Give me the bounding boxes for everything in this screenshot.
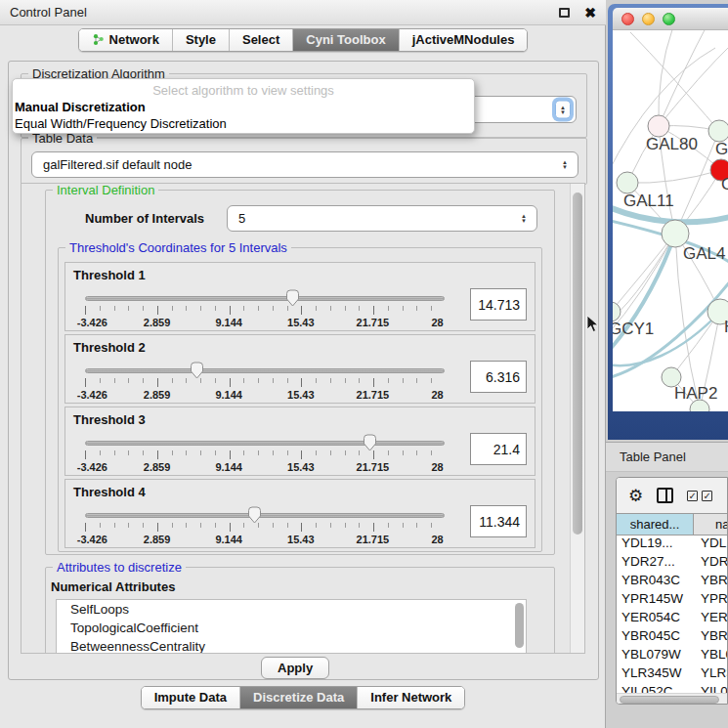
table-row[interactable]: YPR145WYPR1 <box>617 591 727 610</box>
node-label: GAL80 <box>646 135 698 153</box>
node-label: GAL4 <box>683 244 725 263</box>
node-gcy1[interactable] <box>613 302 621 321</box>
attributes-group: Attributes to discretize Numerical Attri… <box>45 567 555 654</box>
scale-label: 21.715 <box>357 461 390 473</box>
table-row[interactable]: YBR045CYBR0 <box>617 628 727 647</box>
scale-label: 21.715 <box>357 534 390 545</box>
gear-icon[interactable]: ⚙ <box>628 488 643 504</box>
threshold-slider-3[interactable]: -3.426 2.859 9.144 15.43 21.715 28 <box>85 433 445 474</box>
network-canvas[interactable]: GAL80 G C GAL11 GAL4 GCY1 H HAP2 <box>613 30 728 411</box>
table-row[interactable]: YBL079WYBL0 <box>617 647 727 665</box>
cell: YDL1 <box>694 535 727 554</box>
scale-label: 9.144 <box>215 317 242 328</box>
slider-track[interactable] <box>85 513 445 518</box>
slider-handle[interactable] <box>363 434 377 451</box>
threshold-value-field[interactable]: 6.316 <box>470 361 527 393</box>
combo-stepper-icon[interactable]: ▲ ▼ <box>516 209 532 228</box>
table-panel-window: ⚙ ✓ ✓ shared... na YDL19...YDL1 YDR27...… <box>616 477 728 705</box>
node-gal11[interactable] <box>617 172 638 193</box>
threshold-slider-2[interactable]: -3.426 2.859 9.144 15.43 21.715 28 <box>85 361 445 402</box>
list-scrollbar[interactable] <box>515 603 524 648</box>
list-item[interactable]: BetweennessCentrality <box>57 637 526 654</box>
table-row[interactable]: YDR27...YDR2 <box>617 554 727 573</box>
table-data-group: Table Data galFiltered.sif default node … <box>21 138 587 185</box>
mac-close-icon[interactable] <box>621 13 634 25</box>
mac-minimize-icon[interactable] <box>642 13 655 25</box>
cell: YDL19... <box>617 535 694 554</box>
tab-label: Style <box>186 32 216 47</box>
scrollbar-thumb[interactable] <box>620 696 719 704</box>
control-panel-titlebar: Control Panel ✖ <box>0 0 606 25</box>
popup-option-manual-discretization[interactable]: Manual Discretization <box>15 100 146 114</box>
column-header-name[interactable]: na <box>694 514 727 535</box>
thresholds-group: Threshold's Coordinates for 5 Intervals … <box>58 247 542 552</box>
combo-value: galFiltered.sif default node <box>43 157 192 172</box>
table-data-combobox[interactable]: galFiltered.sif default node ▲ ▼ <box>31 151 578 178</box>
node-top-right[interactable] <box>708 120 728 142</box>
column-checkbox-group: ✓ ✓ <box>687 491 712 501</box>
group-title: Interval Definition <box>53 183 158 197</box>
slider-handle[interactable] <box>190 362 204 379</box>
scrollbar-thumb[interactable] <box>573 193 582 535</box>
tab-discretize-data[interactable]: Discretize Data <box>240 687 358 708</box>
table-row[interactable]: YBR043CYBR0 <box>617 573 727 591</box>
table-row[interactable]: YER054CYER0 <box>617 610 727 628</box>
checkbox-checked-icon[interactable]: ✓ <box>687 491 698 501</box>
scale-label: 15.43 <box>287 534 315 545</box>
table-row[interactable]: YIL052CYIL0 <box>617 684 727 693</box>
threshold-value-field[interactable]: 11.344 <box>470 505 527 537</box>
scale-label: 28 <box>432 534 444 545</box>
number-of-intervals-combobox[interactable]: 5 ▲ ▼ <box>227 205 537 232</box>
table-horizontal-scrollbar[interactable] <box>617 693 727 705</box>
threshold-value-field[interactable]: 21.4 <box>470 433 527 465</box>
node-gal80[interactable] <box>648 115 669 137</box>
tab-infer-network[interactable]: Infer Network <box>358 687 464 708</box>
threshold-slider-1[interactable]: -3.426 2.859 9.144 15.43 21.715 28 <box>85 288 445 329</box>
scale-label: -3.426 <box>77 389 107 401</box>
threshold-value-field[interactable]: 14.713 <box>470 288 527 321</box>
tab-impute-data[interactable]: Impute Data <box>142 687 240 708</box>
node-label: C <box>721 175 728 193</box>
split-columns-icon[interactable] <box>657 488 673 503</box>
list-item[interactable]: TopologicalCoefficient <box>57 619 526 637</box>
table-row[interactable]: YLR345WYLR3 <box>617 665 727 684</box>
number-of-intervals-label: Number of Intervals <box>85 211 204 226</box>
tab-cyni-toolbox[interactable]: Cyni Toolbox <box>293 29 399 51</box>
combo-stepper-icon[interactable]: ▲ ▼ <box>557 155 573 174</box>
slider-handle[interactable] <box>247 506 262 524</box>
algorithm-dropdown-popup: Select algorithm to view settings Manual… <box>12 78 475 134</box>
combo-stepper-icon[interactable]: ▲ ▼ <box>555 101 571 119</box>
slider-track[interactable] <box>85 441 445 446</box>
slider-track[interactable] <box>85 368 445 373</box>
settings-scrollbar[interactable] <box>570 184 584 653</box>
mac-zoom-icon[interactable] <box>663 13 675 25</box>
scale-label: 2.859 <box>144 389 171 401</box>
popup-option-equal-width[interactable]: Equal Width/Frequency Discretization <box>15 116 227 131</box>
scale-label: 15.43 <box>287 461 315 473</box>
apply-button[interactable]: Apply <box>261 657 329 679</box>
top-tab-bar: Network Style Select Cyni Toolbox jActiv… <box>0 28 606 52</box>
threshold-list: Threshold 1 -3.426 2.859 9. <box>64 262 535 551</box>
close-icon[interactable]: ✖ <box>584 6 596 20</box>
tab-jactivemnodules[interactable]: jActiveMNodules <box>400 29 528 51</box>
threshold-panel-1: Threshold 1 -3.426 2.859 9. <box>64 262 535 331</box>
tab-network[interactable]: Network <box>79 29 173 51</box>
column-header-shared-name[interactable]: shared... <box>617 514 694 535</box>
slider-ticks <box>85 450 445 459</box>
network-window-titlebar[interactable] <box>613 8 728 30</box>
group-title: Attributes to discretize <box>53 560 186 575</box>
slider-handle[interactable] <box>285 289 300 307</box>
float-window-icon[interactable] <box>559 8 570 18</box>
scale-label: 15.43 <box>287 389 315 401</box>
node-gal4[interactable] <box>662 220 689 247</box>
numerical-attributes-list[interactable]: SelfLoops TopologicalCoefficient Between… <box>56 599 527 654</box>
threshold-slider-4[interactable]: -3.426 2.859 9.144 15.43 21.715 28 <box>85 505 445 546</box>
checkbox-checked-icon[interactable]: ✓ <box>702 491 712 501</box>
table-row[interactable]: YDL19...YDL1 <box>617 535 727 554</box>
list-item[interactable]: SelfLoops <box>57 600 526 619</box>
tab-select[interactable]: Select <box>230 29 293 51</box>
scale-label: 9.144 <box>215 461 242 473</box>
scale-label: 28 <box>432 461 444 473</box>
tab-style[interactable]: Style <box>173 29 230 51</box>
slider-track[interactable] <box>85 296 445 301</box>
